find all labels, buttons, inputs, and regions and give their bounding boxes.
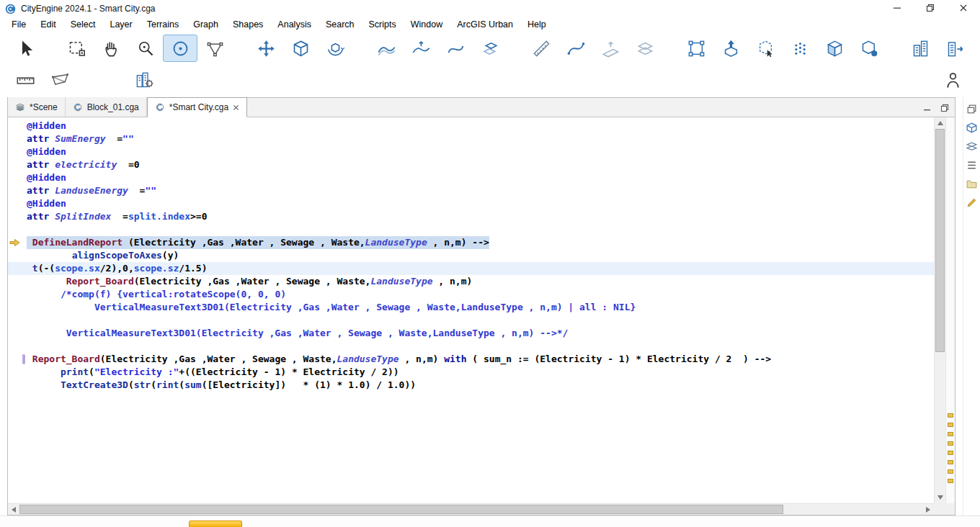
selection-tool-button[interactable]	[8, 35, 43, 62]
move-tool-button[interactable]	[249, 35, 283, 62]
menu-item-graph[interactable]: Graph	[186, 17, 226, 32]
generate-buildings-tool-button[interactable]	[903, 35, 937, 62]
scroll-left-icon[interactable]	[12, 507, 16, 513]
terrain-sculpt-tool-button[interactable]	[369, 35, 404, 62]
code-line[interactable]: /*comp(f) {vertical:rotateScope(0, 0, 0)	[8, 288, 935, 301]
point-cloud-tool-button[interactable]	[783, 35, 817, 62]
code-line[interactable]: print("Electricity :"+((Electricity - 1)…	[8, 366, 935, 379]
close-tab-icon[interactable]	[233, 104, 239, 111]
menu-item-scripts[interactable]: Scripts	[362, 17, 404, 32]
scale-tool-button[interactable]	[283, 35, 318, 62]
code-line[interactable]	[8, 340, 935, 353]
generate-settings-tool-button[interactable]	[127, 66, 161, 94]
code-line[interactable]: @Hidden	[8, 145, 935, 158]
occurrence-marker[interactable]	[948, 479, 953, 483]
marquee-select-tool-button[interactable]	[59, 35, 94, 62]
occurrence-marker[interactable]	[948, 469, 953, 474]
extrude-tool-button[interactable]	[713, 35, 748, 62]
code-line[interactable]: attr SumEnergy =""	[8, 132, 935, 145]
export-models-tool-button[interactable]	[937, 35, 972, 62]
occurrence-marker[interactable]	[948, 413, 953, 418]
navigator-pane-button[interactable]	[966, 178, 978, 190]
code-line[interactable]: DefineLandReport (Electricity ,Gas ,Wate…	[8, 236, 935, 249]
area-measure-tool-button[interactable]	[43, 66, 77, 94]
vertical-scrollbar[interactable]	[934, 117, 945, 503]
texture-tool-button[interactable]	[852, 35, 886, 62]
restore-editor-button[interactable]	[940, 104, 949, 112]
zoom-tool-button[interactable]	[128, 35, 163, 62]
code-line[interactable]: Report_Board(Electricity ,Gas ,Water , S…	[8, 275, 935, 288]
edit-vertices-tool-button[interactable]	[679, 35, 713, 62]
scroll-up-icon[interactable]	[937, 121, 943, 125]
rotate-tool-button[interactable]	[318, 35, 352, 62]
code-line[interactable]	[8, 314, 935, 327]
menu-item-search[interactable]: Search	[318, 17, 362, 32]
align-shapes-tool-button[interactable]	[628, 35, 662, 62]
horizontal-scrollbar-thumb[interactable]	[19, 505, 783, 514]
slope-measure-tool-button[interactable]	[593, 35, 628, 62]
generate-model-tool-button[interactable]	[817, 35, 852, 62]
curve-measure-tool-button[interactable]	[558, 35, 593, 62]
window-restore-button[interactable]	[914, 0, 947, 17]
code-line[interactable]: t(-(scope.sx/2),0,scope.sz/1.5)	[8, 262, 935, 275]
code-line[interactable]: attr electricity =0	[8, 158, 935, 171]
code-line[interactable]: @Hidden	[8, 197, 935, 210]
scene-layers-pane-button[interactable]	[966, 140, 978, 153]
menu-item-layer[interactable]: Layer	[102, 17, 139, 32]
code-line[interactable]: @Hidden	[8, 120, 935, 132]
menu-item-analysis[interactable]: Analysis	[270, 17, 318, 32]
list-view-pane-button[interactable]	[966, 159, 978, 171]
code-line[interactable]: alignScopeToAxes(y)	[8, 249, 935, 262]
pan-tool-button[interactable]	[94, 35, 128, 62]
taskbar-active-app-indicator[interactable]	[189, 521, 242, 527]
model-viewer-pane-button[interactable]	[966, 122, 978, 134]
occurrence-marker[interactable]	[948, 451, 953, 455]
circle-select-tool-button[interactable]	[163, 35, 197, 62]
ruler-tool-button[interactable]	[8, 66, 43, 94]
menu-item-shapes[interactable]: Shapes	[226, 17, 270, 32]
lasso-select-tool-button[interactable]	[197, 35, 232, 62]
occurrence-marker[interactable]	[948, 423, 953, 427]
person-button[interactable]	[935, 66, 970, 94]
measure-distance-tool-button[interactable]	[524, 35, 558, 62]
vertical-scrollbar-thumb[interactable]	[935, 129, 945, 352]
code-line[interactable]: Report_Board(Electricity ,Gas ,Water , S…	[8, 353, 935, 366]
scroll-down-icon[interactable]	[937, 495, 943, 500]
terrain-smooth-tool-button[interactable]	[438, 35, 473, 62]
window-close-button[interactable]	[947, 0, 980, 17]
restore-pane-button[interactable]	[966, 103, 978, 115]
menu-item-select[interactable]: Select	[63, 17, 103, 32]
overview-ruler[interactable]	[945, 117, 955, 503]
code-area[interactable]: @Hiddenattr SumEnergy =""@Hiddenattr ele…	[8, 117, 935, 503]
cube-edit-tool-button[interactable]	[748, 35, 783, 62]
gutter	[8, 210, 27, 223]
menu-item-file[interactable]: File	[4, 17, 33, 32]
occurrence-marker[interactable]	[948, 432, 953, 436]
code-line[interactable]: VerticalMeasureText3D01(Electricity ,Gas…	[8, 327, 935, 340]
menu-item-help[interactable]: Help	[520, 17, 553, 32]
scroll-right-icon[interactable]	[926, 507, 930, 513]
menu-item-window[interactable]: Window	[404, 17, 450, 32]
code-line[interactable]	[8, 223, 935, 236]
code-line[interactable]: attr LanduseEnergy =""	[8, 184, 935, 197]
terrain-align-tool-button[interactable]	[473, 35, 507, 62]
menu-item-edit[interactable]: Edit	[33, 17, 63, 32]
code-line[interactable]: TextCreate3D(str(rint(sum([Electricity])…	[8, 379, 935, 392]
edit-pane-button[interactable]	[966, 197, 978, 209]
terrain-flatten-tool-button[interactable]	[404, 35, 438, 62]
gutter-arrow-marker[interactable]	[8, 236, 27, 249]
gutter-range-marker[interactable]	[8, 353, 27, 366]
tab-block-01-cga[interactable]: Block_01.cga	[66, 97, 147, 117]
menu-item-arcgis-urban[interactable]: ArcGIS Urban	[450, 17, 520, 32]
menu-item-terrains[interactable]: Terrains	[140, 17, 186, 32]
code-line[interactable]: VerticalMeasureText3D01(Electricity ,Gas…	[8, 301, 935, 314]
horizontal-scrollbar[interactable]	[8, 503, 934, 515]
code-line[interactable]: @Hidden	[8, 171, 935, 184]
occurrence-marker[interactable]	[948, 460, 953, 464]
occurrence-marker[interactable]	[948, 441, 953, 446]
minimize-editor-button[interactable]	[923, 104, 932, 112]
tab-smart-city-cga[interactable]: *Smart City.cga	[147, 97, 247, 117]
code-line[interactable]: attr SplitIndex =split.index>=0	[8, 210, 935, 223]
tab-scene[interactable]: *Scene	[8, 97, 66, 117]
window-minimize-button[interactable]	[881, 0, 914, 17]
